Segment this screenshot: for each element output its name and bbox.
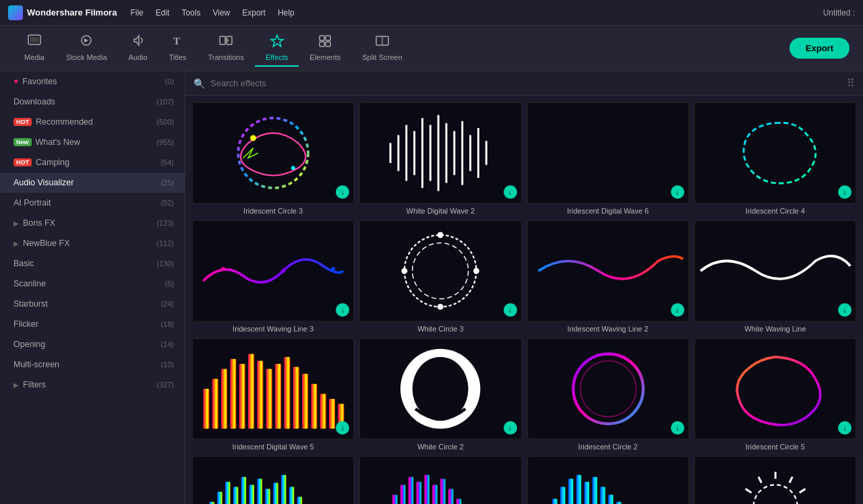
- sidebar-multi-screen-count: (10): [160, 360, 174, 369]
- menu-help[interactable]: Help: [278, 5, 295, 20]
- effect-card-iridescent-circle-5[interactable]: ↓ Iridescent Circle 5: [692, 336, 859, 453]
- sidebar-whats-new-count: (955): [156, 138, 174, 146]
- effect-name-iridescent-digital-wave-6: Iridescent Digital Wave 6: [564, 207, 651, 215]
- menu-tools[interactable]: Tools: [181, 5, 200, 20]
- effect-card-white-digital-wave-2[interactable]: ↓ White Digital Wave 2: [357, 100, 524, 218]
- svg-rect-61: [284, 357, 290, 429]
- sidebar: ♥ Favorites (0) Downloads (107) HOT Reco…: [0, 71, 185, 504]
- effect-card-white-circle-2[interactable]: ↓ White Circle 2: [357, 336, 524, 453]
- download-btn-white-circle-2[interactable]: ↓: [504, 421, 517, 435]
- svg-point-70: [573, 354, 643, 424]
- heart-icon: ♥: [13, 77, 18, 86]
- svg-line-137: [758, 477, 761, 483]
- svg-point-138: [753, 485, 797, 504]
- svg-rect-112: [568, 479, 572, 504]
- effect-name-iridescent-circle-3: Iridescent Circle 3: [241, 207, 305, 215]
- sidebar-item-newblue-fx[interactable]: ▶ NewBlue FX (112): [0, 233, 185, 253]
- menu-view[interactable]: View: [212, 5, 230, 20]
- svg-text:T: T: [173, 36, 180, 46]
- search-icon: 🔍: [194, 78, 205, 89]
- grid-view-icon[interactable]: ⠿: [847, 77, 855, 90]
- toolbar-audio[interactable]: Audio: [118, 30, 158, 67]
- sidebar-whats-new-label: What's New: [36, 137, 157, 147]
- svg-rect-100: [448, 489, 453, 504]
- sidebar-item-basic[interactable]: Basic (130): [0, 253, 185, 274]
- svg-rect-113: [576, 475, 581, 504]
- chevron-newblue-icon: ▶: [13, 240, 19, 247]
- sidebar-item-recommended[interactable]: HOT Recommended (500): [0, 112, 185, 132]
- svg-rect-55: [230, 359, 236, 429]
- menu-file[interactable]: File: [130, 5, 143, 20]
- sidebar-favorites-count: (0): [165, 77, 174, 86]
- sidebar-item-audio-visualizer[interactable]: Audio Visualizer (25): [0, 172, 185, 193]
- effect-card-white-circle-1[interactable]: ↓ White Circle 1: [692, 453, 859, 504]
- sidebar-item-whats-new[interactable]: New What's New (955): [0, 132, 185, 152]
- sidebar-recommended-label: Recommended: [36, 117, 156, 127]
- effect-card-iridescent-waving-line-2[interactable]: ↓ Iridescent Waving Line 2: [525, 218, 692, 336]
- toolbar-stock-media[interactable]: Stock Media: [55, 30, 118, 67]
- sidebar-item-boris-fx[interactable]: ▶ Boris FX (123): [0, 213, 185, 233]
- sidebar-item-ai-portrait[interactable]: AI Portrait (92): [0, 193, 185, 213]
- effect-card-iridescent-circle-3[interactable]: ↓ Iridescent Circle 3: [189, 100, 357, 218]
- effect-thumb-iridescent-digital-wave-6: ↓: [527, 102, 689, 203]
- svg-point-45: [331, 267, 335, 271]
- sidebar-item-opening[interactable]: Opening (14): [0, 334, 185, 354]
- effect-card-iridescent-digital-wave-2[interactable]: ↓ Iridescent Digital Wave 2: [357, 453, 524, 504]
- sidebar-starburst-label: Starburst: [13, 299, 160, 309]
- sidebar-downloads-label: Downloads: [13, 97, 156, 106]
- svg-line-128: [799, 489, 805, 493]
- effect-card-iridescent-digital-wave-5[interactable]: ↓ Iridescent Digital Wave 5: [189, 336, 357, 453]
- download-btn-white-circle-3[interactable]: ↓: [504, 303, 517, 317]
- menu-edit[interactable]: Edit: [156, 5, 170, 20]
- effect-card-iridescent-digital-wave-4[interactable]: ↓ Iridescent Digital Wave 4: [189, 453, 357, 504]
- sidebar-ai-portrait-label: AI Portrait: [13, 198, 160, 208]
- download-btn-iridescent-waving-line-2[interactable]: ↓: [671, 303, 684, 317]
- svg-rect-65: [320, 394, 326, 429]
- sidebar-item-multi-screen[interactable]: Multi-screen (10): [0, 354, 185, 375]
- sidebar-item-starburst[interactable]: Starburst (24): [0, 294, 185, 314]
- sidebar-filters-count: (327): [156, 381, 174, 389]
- sidebar-item-downloads[interactable]: Downloads (107): [0, 92, 185, 112]
- effect-card-white-waving-line[interactable]: ↓ White Waving Line: [692, 218, 859, 336]
- svg-rect-81: [273, 483, 278, 504]
- effect-card-iridescent-digital-wave-1[interactable]: ↓ Iridescent Digital Wave 1: [525, 453, 692, 504]
- elements-icon: [318, 34, 332, 51]
- sidebar-audio-visualizer-label: Audio Visualizer: [13, 178, 160, 187]
- sidebar-boris-fx-label: Boris FX: [23, 218, 156, 228]
- toolbar-split-screen-label: Split Screen: [362, 53, 402, 61]
- sidebar-downloads-count: (107): [156, 98, 174, 106]
- search-input[interactable]: [210, 78, 841, 88]
- toolbar-titles[interactable]: T Titles: [158, 30, 198, 67]
- toolbar-effects[interactable]: Effects: [255, 30, 299, 67]
- svg-rect-84: [297, 497, 302, 504]
- svg-rect-9: [320, 42, 324, 46]
- toolbar-elements[interactable]: Elements: [299, 30, 351, 67]
- menu-export[interactable]: Export: [242, 5, 266, 20]
- sidebar-item-flicker[interactable]: Flicker (18): [0, 314, 185, 334]
- effect-card-white-circle-3[interactable]: ↓ White Circle 3: [357, 218, 524, 336]
- sidebar-item-filters[interactable]: ▶ Filters (327): [0, 375, 185, 395]
- effect-card-iridescent-waving-line-3[interactable]: ↓ Iridescent Waving Line 3: [189, 218, 357, 336]
- svg-rect-57: [248, 354, 254, 429]
- toolbar-transitions[interactable]: Transitions: [198, 30, 255, 67]
- svg-point-44: [281, 269, 285, 273]
- svg-rect-52: [203, 389, 209, 429]
- effect-card-iridescent-circle-2[interactable]: ↓ Iridescent Circle 2: [525, 336, 692, 453]
- svg-rect-78: [249, 485, 254, 504]
- toolbar-media[interactable]: Media: [13, 30, 55, 67]
- sidebar-item-favorites[interactable]: ♥ Favorites (0): [0, 71, 185, 92]
- download-btn-white-digital-wave-2[interactable]: ↓: [504, 185, 517, 199]
- effect-card-iridescent-circle-4[interactable]: ↓ Iridescent Circle 4: [692, 100, 859, 218]
- content-area: 🔍 ⠿: [185, 71, 863, 504]
- toolbar-split-screen[interactable]: Split Screen: [351, 30, 413, 67]
- svg-rect-115: [592, 477, 597, 504]
- download-btn-iridescent-digital-wave-6[interactable]: ↓: [671, 185, 684, 199]
- effect-thumb-iridescent-circle-5: ↓: [694, 338, 856, 439]
- stock-media-icon: [79, 34, 94, 51]
- sidebar-item-camping[interactable]: HOT Camping (54): [0, 152, 185, 172]
- export-button[interactable]: Export: [790, 38, 850, 59]
- effect-card-iridescent-digital-wave-6[interactable]: ↓ Iridescent Digital Wave 6: [525, 100, 692, 218]
- sidebar-starburst-count: (24): [160, 300, 174, 308]
- effect-thumb-white-circle-3: ↓: [359, 220, 521, 321]
- sidebar-item-scanline[interactable]: Scanline (5): [0, 274, 185, 294]
